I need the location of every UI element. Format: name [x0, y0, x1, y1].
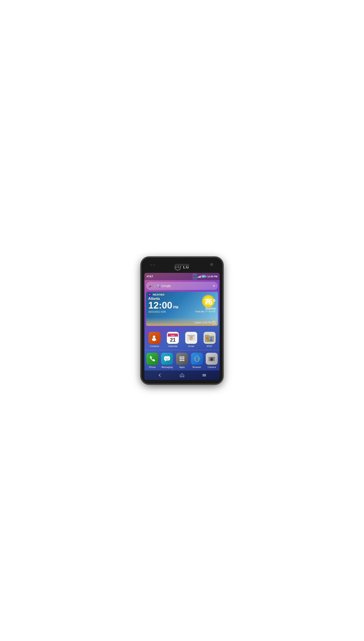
apps-app[interactable]: Apps — [175, 353, 189, 368]
time-display: 12:00 PM — [207, 275, 218, 278]
lte-badge: 4G LTE — [193, 274, 197, 279]
phone-speaker — [174, 264, 190, 266]
navigation-bar — [144, 370, 220, 380]
email-icon: @ — [185, 332, 197, 344]
dock-separator — [144, 350, 220, 350]
apps-label: Apps — [179, 366, 184, 368]
phone-app-icon — [146, 353, 158, 365]
search-bar[interactable]: 🎤 🔍 Google + — [146, 282, 218, 290]
signal-bar-4 — [200, 276, 201, 278]
svg-rect-20 — [208, 340, 210, 341]
front-camera — [210, 263, 213, 266]
back-button[interactable] — [157, 373, 162, 378]
camera-app[interactable]: Camera — [205, 353, 219, 368]
svg-point-34 — [183, 360, 184, 361]
sensor-dot — [150, 264, 152, 266]
phone-label: Phone — [149, 366, 156, 368]
network-type: 4G — [194, 274, 196, 276]
phone-app[interactable]: Phone — [145, 353, 159, 368]
svg-point-29 — [180, 358, 181, 360]
weather-widget[interactable]: Y! WEATHER Atlanta 12:00 PM 10/21/2012 S… — [146, 292, 218, 326]
phone-top-hardware: LG LG — [144, 261, 220, 273]
email-label: Email — [188, 345, 194, 348]
dock: Phone Messaging — [144, 351, 220, 370]
svg-text:@: @ — [189, 336, 193, 340]
browser-app-icon — [191, 353, 203, 365]
calendar-icon: Sun 21 — [167, 332, 179, 344]
phone-sensors — [150, 264, 155, 266]
email-app[interactable]: @ Email — [183, 332, 200, 348]
sensor-dot — [153, 264, 155, 266]
weather-header: Y! WEATHER — [148, 293, 216, 296]
calendar-app[interactable]: Sun 21 Calendar — [164, 332, 181, 348]
microphone-icon[interactable]: 🎤 — [149, 284, 153, 288]
signal-strength-icon — [198, 275, 201, 278]
svg-point-28 — [183, 356, 184, 358]
apps-app-icon — [176, 353, 188, 365]
signal-bar-2 — [198, 276, 199, 278]
weather-update-label: Update 12:00 PM — [194, 321, 211, 324]
svg-rect-17 — [205, 335, 209, 336]
contacts-icon — [148, 332, 160, 344]
browser-app[interactable]: Browser — [190, 353, 204, 368]
contacts-label: Contacts — [150, 345, 159, 348]
messaging-app-icon — [161, 353, 173, 365]
battery-tip — [206, 276, 206, 277]
phone-screen: AT&T 4G LTE 12:00 PM — [144, 273, 220, 380]
home-button[interactable] — [180, 373, 184, 378]
svg-point-32 — [180, 360, 181, 361]
contacts-app[interactable]: Contacts — [146, 332, 163, 348]
svg-point-33 — [181, 360, 183, 361]
svg-rect-3 — [156, 338, 158, 339]
signal-bar-3 — [199, 276, 200, 278]
battery-icon — [202, 275, 206, 278]
svg-marker-23 — [164, 360, 166, 362]
weather-update-row[interactable]: Update 12:00 PM ↻ — [194, 321, 216, 324]
signal-bar-1 — [198, 277, 198, 278]
search-icon: 🔍 — [156, 284, 160, 288]
att-label: AT&T — [206, 345, 212, 348]
browser-label: Browser — [192, 366, 201, 368]
svg-point-30 — [181, 358, 183, 360]
weather-temperature: 75° — [195, 298, 216, 306]
status-right-group: 4G LTE 12:00 PM — [193, 274, 218, 279]
svg-point-27 — [181, 356, 183, 358]
svg-rect-21 — [210, 340, 212, 341]
svg-point-26 — [180, 356, 181, 358]
svg-point-46 — [211, 359, 212, 359]
carrier-label: AT&T — [146, 275, 153, 278]
network-sub: LTE — [194, 277, 196, 278]
messaging-label: Messaging — [162, 366, 173, 368]
svg-point-24 — [166, 358, 166, 359]
svg-rect-18 — [206, 337, 209, 340]
svg-point-25 — [168, 358, 168, 359]
google-search-button[interactable]: 🔍 Google — [156, 284, 171, 288]
camera-app-icon — [206, 353, 218, 365]
weather-ampm: PM — [173, 306, 178, 310]
battery-body — [202, 275, 206, 278]
app-grid: Contacts Sun 21 — [144, 328, 220, 349]
google-label: Google — [161, 284, 171, 288]
svg-point-5 — [152, 338, 156, 341]
att-icon — [204, 332, 216, 344]
camera-label: Camera — [208, 366, 216, 368]
svg-rect-47 — [209, 358, 210, 358]
svg-point-4 — [153, 336, 155, 338]
weather-refresh-button[interactable]: ↻ — [212, 321, 216, 324]
phone-device: LG LG AT&T 4G LTE — [142, 258, 222, 384]
yahoo-logo: Y! — [148, 293, 152, 296]
weather-condition: Sunny — [195, 306, 216, 310]
svg-text:21: 21 — [170, 337, 176, 343]
add-widget-button[interactable]: + — [212, 283, 215, 289]
status-bar: AT&T 4G LTE 12:00 PM — [144, 273, 220, 280]
weather-right-panel: 75° Sunny Feels like 77° 85°/65° — [195, 298, 216, 313]
messaging-app[interactable]: Messaging — [160, 353, 174, 368]
weather-provider-label: WEATHER — [153, 293, 164, 296]
svg-point-19 — [210, 337, 212, 340]
weather-time: 12:00 — [148, 301, 172, 310]
weather-feels-like: Feels like 77° 85°/65° — [195, 310, 216, 313]
svg-text:Sun: Sun — [171, 334, 175, 336]
att-app[interactable]: AT&T — [201, 332, 218, 348]
svg-rect-22 — [164, 356, 170, 360]
menu-button[interactable] — [202, 373, 207, 378]
